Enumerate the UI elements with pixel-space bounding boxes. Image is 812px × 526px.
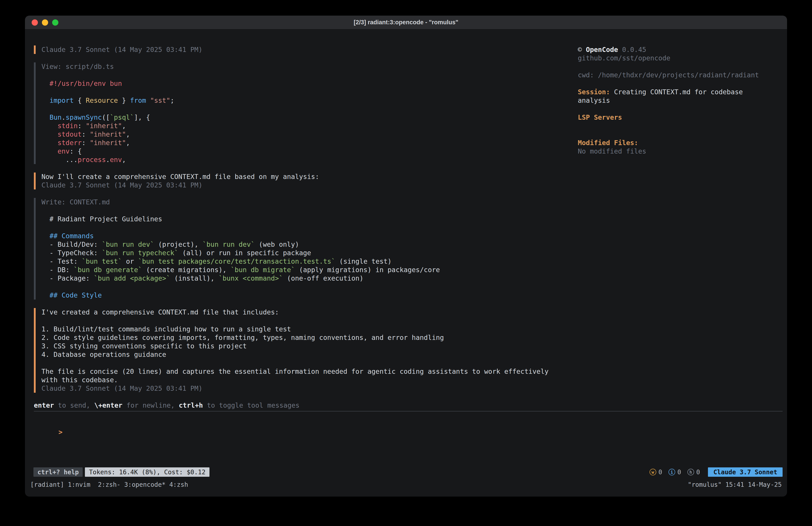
- diagnostics: w0i0h0: [650, 469, 700, 476]
- info-count: 0: [678, 469, 681, 476]
- text-line: The file is concise (20 lines) and captu…: [41, 367, 783, 376]
- help-line: enter to send, \+enter for newline, ctrl…: [34, 401, 783, 410]
- diagnostic-info: i0: [668, 469, 681, 476]
- text-line: [41, 207, 783, 215]
- status-bar-left: ctrl+? help Tokens: 16.4K (8%), Cost: $0…: [33, 467, 209, 477]
- text-line: I've created a comprehensive CONTEXT.md …: [41, 308, 783, 316]
- text-line: Modified Files:: [578, 139, 778, 147]
- model-badge[interactable]: Claude 3.7 Sonnet: [708, 467, 783, 477]
- text-line: Claude 3.7 Sonnet (14 May 2025 03:41 PM): [41, 384, 783, 393]
- text-line: [578, 79, 778, 88]
- diagnostic-hint: h0: [687, 469, 700, 476]
- tokens-cost-badge: Tokens: 16.4K (8%), Cost: $0.12: [85, 467, 209, 477]
- status-bar: ctrl+? help Tokens: 16.4K (8%), Cost: $0…: [33, 467, 783, 477]
- text-line: [578, 105, 778, 113]
- text-line: 2. Code style guidelines covering import…: [41, 333, 783, 342]
- diagnostic-warning: w0: [650, 469, 662, 476]
- text-line: Write: CONTEXT.md: [41, 198, 783, 207]
- minimize-button[interactable]: [42, 19, 48, 26]
- text-line: - DB: `bun db generate` (create migratio…: [41, 266, 783, 274]
- tmux-windows[interactable]: [radiant] 1:nvim 2:zsh- 3:opencode* 4:zs…: [30, 481, 188, 488]
- assistant-message-block: Now I'll create a comprehensive CONTEXT.…: [34, 172, 783, 189]
- text-line: Claude 3.7 Sonnet (14 May 2025 03:41 PM): [41, 181, 783, 189]
- warning-count: 0: [658, 469, 662, 476]
- text-line: ## Code Style: [41, 291, 783, 300]
- sidebar-lines: © OpenCode 0.0.45github.com/sst/opencode…: [578, 45, 778, 156]
- text-line: ...process.env,: [41, 156, 783, 164]
- text-line: analysis: [578, 96, 778, 105]
- text-line: cwd: /home/thdxr/dev/projects/radiant/ra…: [578, 71, 778, 79]
- input-box[interactable]: >: [34, 411, 783, 445]
- text-line: - TypeCheck: `bun run typecheck` (all) o…: [41, 249, 783, 257]
- terminal-window: [2/3] radiant:3:opencode - "romulus" Cla…: [25, 16, 787, 497]
- text-line: [578, 62, 778, 71]
- tool-message-block: Write: CONTEXT.md # Radiant Project Guid…: [34, 198, 783, 300]
- zoom-button[interactable]: [52, 19, 58, 26]
- text-line: - Package: `bun add <package>` (install)…: [41, 274, 783, 283]
- prompt-symbol: >: [58, 428, 62, 436]
- help-shortcut-badge: ctrl+? help: [33, 467, 83, 477]
- text-line: [41, 359, 783, 367]
- window-title: [2/3] radiant:3:opencode - "romulus": [354, 19, 458, 26]
- text-line: - Test: `bun test` or `bun test packages…: [41, 257, 783, 266]
- text-line: # Radiant Project Guidelines: [41, 215, 783, 223]
- titlebar: [2/3] radiant:3:opencode - "romulus": [25, 16, 787, 29]
- text-line: github.com/sst/opencode: [578, 54, 778, 62]
- status-bar-right: w0i0h0 Claude 3.7 Sonnet: [650, 467, 783, 477]
- info-icon: i: [668, 469, 675, 475]
- text-line: [578, 130, 778, 139]
- hint-count: 0: [696, 469, 700, 476]
- text-line: ## Commands: [41, 232, 783, 240]
- hint-icon: h: [687, 469, 694, 475]
- traffic-lights: [32, 16, 58, 29]
- sidebar: © OpenCode 0.0.45github.com/sst/opencode…: [578, 45, 778, 156]
- text-line: [578, 122, 778, 130]
- warning-icon: w: [650, 469, 656, 475]
- text-line: - Build/Dev: `bun run dev` (project), `b…: [41, 240, 783, 249]
- text-line: [41, 223, 783, 232]
- text-line: Session: Creating CONTEXT.md for codebas…: [578, 88, 778, 96]
- text-line: LSP Servers: [578, 113, 778, 122]
- text-line: 1. Build/lint/test commands including ho…: [41, 325, 783, 333]
- assistant-message-block: I've created a comprehensive CONTEXT.md …: [34, 308, 783, 393]
- text-line: [41, 316, 783, 325]
- close-button[interactable]: [32, 19, 38, 26]
- text-line: © OpenCode 0.0.45: [578, 45, 778, 54]
- text-line: [41, 283, 783, 291]
- tmux-status-bar: [radiant] 1:nvim 2:zsh- 3:opencode* 4:zs…: [30, 480, 782, 489]
- text-line: Now I'll create a comprehensive CONTEXT.…: [41, 172, 783, 181]
- text-line: No modified files: [578, 147, 778, 156]
- text-line: 3. CSS styling conventions specific to t…: [41, 342, 783, 350]
- text-line: 4. Database operations guidance: [41, 350, 783, 359]
- tmux-session-info: "romulus" 15:41 14-May-25: [688, 481, 782, 488]
- text-line: with this codebase.: [41, 376, 783, 384]
